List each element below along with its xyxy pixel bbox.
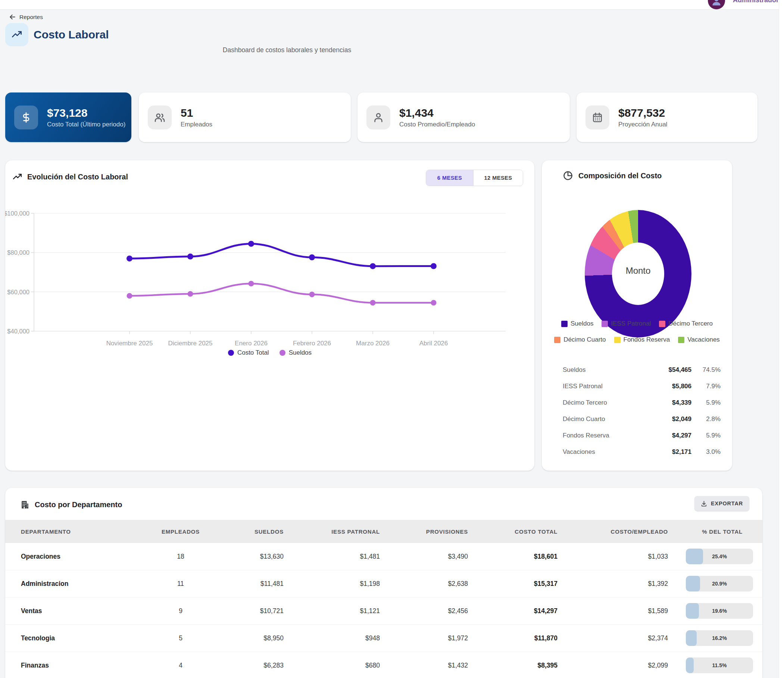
- export-label: EXPORTAR: [711, 501, 743, 507]
- svg-text:Noviembre 2025: Noviembre 2025: [106, 340, 153, 347]
- legend-label: Costo Total: [237, 349, 269, 356]
- cell-pct-del-total: 20.9%: [668, 576, 762, 591]
- kpi-value: $73,128: [47, 107, 125, 118]
- cell-costo-empleado: $1,033: [558, 553, 668, 561]
- table-row-administracion: Administracion11$11,481$1,198$2,638$15,3…: [5, 570, 762, 597]
- user-icon-tile: [366, 106, 390, 129]
- breakdown-value: $54,465: [650, 366, 692, 374]
- dollar-icon-tile: [14, 106, 38, 129]
- evolution-title: Evolución del Costo Laboral: [27, 173, 128, 181]
- trending-up-icon: [13, 172, 22, 182]
- legend-item-sueldos[interactable]: Sueldos: [279, 349, 312, 356]
- legend-label: Décimo Cuarto: [563, 336, 606, 344]
- cell-sueldos: $6,283: [222, 662, 284, 669]
- composition-breakdown: Sueldos$54,46574.5%IESS Patronal$5,8067.…: [542, 362, 732, 460]
- percent-label: 25.4%: [686, 549, 753, 564]
- column-header--del-total: % DEL TOTAL: [668, 529, 762, 535]
- svg-text:$80,000: $80,000: [7, 249, 30, 256]
- department-table-card: Costo por Departamento EXPORTAR DEPARTAM…: [5, 488, 762, 678]
- column-header-empleados: EMPLEADOS: [140, 529, 222, 535]
- breakdown-value: $5,806: [650, 383, 692, 390]
- cell-departamento: Administracion: [5, 580, 140, 588]
- svg-text:Diciembre 2025: Diciembre 2025: [168, 340, 212, 347]
- cell-costo-empleado: $1,392: [558, 580, 668, 588]
- table-header-row: DEPARTAMENTOEMPLEADOSSUELDOSIESS PATRONA…: [5, 520, 762, 543]
- breakdown-row: Fondos Reserva$4,2975.9%: [563, 428, 720, 444]
- cell-sueldos: $13,630: [222, 553, 284, 561]
- donut-legend-row-2: Décimo CuartoFondos ReservaVacaciones: [542, 336, 732, 344]
- kpi-label: Proyección Anual: [618, 121, 667, 128]
- composition-card: Composición del Costo Monto SueldosIESS …: [542, 160, 732, 471]
- svg-text:Febrero 2026: Febrero 2026: [293, 340, 331, 347]
- breakdown-label: Décimo Cuarto: [563, 415, 650, 423]
- breakdown-percent: 5.9%: [692, 432, 720, 439]
- pie-chart-icon: [563, 170, 573, 181]
- percent-label: 11.5%: [686, 658, 753, 673]
- table-title: Costo por Departamento: [35, 501, 122, 509]
- percent-bar-track: 16.2%: [686, 630, 753, 646]
- breakdown-row: Vacaciones$2,1713.0%: [563, 444, 720, 460]
- back-button[interactable]: Reportes: [9, 13, 43, 20]
- donut-legend-item-vacaciones[interactable]: Vacaciones: [678, 336, 720, 344]
- percent-bar-track: 20.9%: [686, 576, 753, 591]
- export-button[interactable]: EXPORTAR: [694, 496, 749, 511]
- donut-legend-item-décimo-tercero[interactable]: Décimo Tercero: [659, 320, 713, 327]
- svg-text:Abril 2026: Abril 2026: [419, 340, 448, 347]
- building-icon: [20, 500, 30, 509]
- donut-legend-item-sueldos[interactable]: Sueldos: [561, 320, 593, 327]
- percent-label: 20.9%: [686, 576, 753, 591]
- breakdown-label: Fondos Reserva: [563, 432, 650, 439]
- cell-provisiones: $1,432: [380, 662, 468, 669]
- legend-label: IESS Patronal: [611, 320, 651, 327]
- back-label: Reportes: [19, 14, 43, 20]
- download-icon: [701, 501, 707, 507]
- kpi-value: $877,532: [618, 107, 667, 118]
- breakdown-percent: 3.0%: [692, 448, 720, 456]
- table-row-tecnologia: Tecnologia5$8,950$948$1,972$11,870$2,374…: [5, 624, 762, 652]
- cell-iess-patronal: $680: [284, 662, 380, 669]
- table-body: Operaciones18$13,630$1,481$3,490$18,601$…: [5, 543, 762, 678]
- cell-empleados: 4: [140, 662, 222, 669]
- legend-item-costo-total[interactable]: Costo Total: [228, 349, 269, 356]
- legend-swatch: [554, 337, 561, 343]
- donut-legend-item-iess-patronal[interactable]: IESS Patronal: [602, 320, 651, 327]
- donut-legend-item-fondos-reserva[interactable]: Fondos Reserva: [614, 336, 670, 344]
- cell-provisiones: $2,456: [380, 607, 468, 615]
- breakdown-label: Vacaciones: [563, 448, 650, 456]
- column-header-departamento: DEPARTAMENTO: [5, 529, 140, 535]
- cell-costo-total: $18,601: [468, 553, 558, 561]
- percent-label: 16.2%: [686, 630, 753, 646]
- line-chart: $100,000$80,000$60,000$40,000Noviembre 2…: [5, 160, 535, 349]
- dollar-icon: [20, 112, 32, 123]
- cell-sueldos: $10,721: [222, 607, 284, 615]
- breakdown-value: $4,339: [650, 399, 692, 406]
- toggle-12-meses[interactable]: 12 MESES: [473, 170, 523, 186]
- donut-legend-item-décimo-cuarto[interactable]: Décimo Cuarto: [554, 336, 606, 344]
- breakdown-row: Sueldos$54,46574.5%: [563, 362, 720, 378]
- kpi-card-costo-total: $73,128 Costo Total (Último periodo): [5, 92, 131, 142]
- legend-label: Fondos Reserva: [623, 336, 670, 344]
- breakdown-percent: 2.8%: [692, 415, 720, 423]
- toggle-6-meses[interactable]: 6 MESES: [426, 170, 473, 186]
- calendar-icon: [592, 112, 603, 123]
- scrollbar-track[interactable]: [779, 0, 784, 678]
- page-title-icon-tile: [5, 23, 28, 46]
- evolution-chart-card: Evolución del Costo Laboral 6 MESES 12 M…: [5, 160, 535, 471]
- kpi-card-proyeccion: $877,532 Proyección Anual: [577, 92, 758, 142]
- avatar[interactable]: [708, 0, 725, 9]
- breakdown-percent: 74.5%: [692, 366, 720, 374]
- legend-swatch: [678, 337, 684, 343]
- breakdown-value: $4,297: [650, 432, 692, 439]
- breakdown-percent: 5.9%: [692, 399, 720, 406]
- legend-label: Décimo Tercero: [668, 320, 713, 327]
- cell-costo-empleado: $1,589: [558, 607, 668, 615]
- cell-provisiones: $3,490: [380, 553, 468, 561]
- legend-swatch: [561, 321, 567, 327]
- composition-title: Composición del Costo: [578, 171, 662, 180]
- breakdown-value: $2,171: [650, 448, 692, 456]
- cell-costo-total: $15,317: [468, 580, 558, 588]
- cell-costo-empleado: $2,374: [558, 634, 668, 642]
- legend-label: Sueldos: [570, 320, 593, 327]
- person-icon: [711, 0, 722, 6]
- cell-costo-empleado: $2,099: [558, 662, 668, 669]
